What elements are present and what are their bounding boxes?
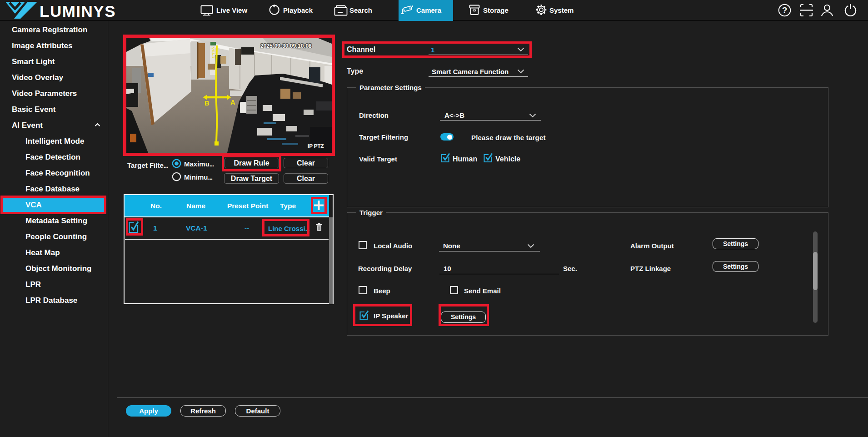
svg-text:?: ?: [782, 5, 788, 15]
svg-text:B: B: [205, 100, 209, 107]
svg-text:VCA-1: VCA-1: [211, 47, 215, 59]
svg-text:IP PTZ: IP PTZ: [308, 143, 324, 149]
svg-text:2025-09-30 09:10:08: 2025-09-30 09:10:08: [260, 43, 312, 49]
svg-text:A: A: [230, 99, 235, 106]
